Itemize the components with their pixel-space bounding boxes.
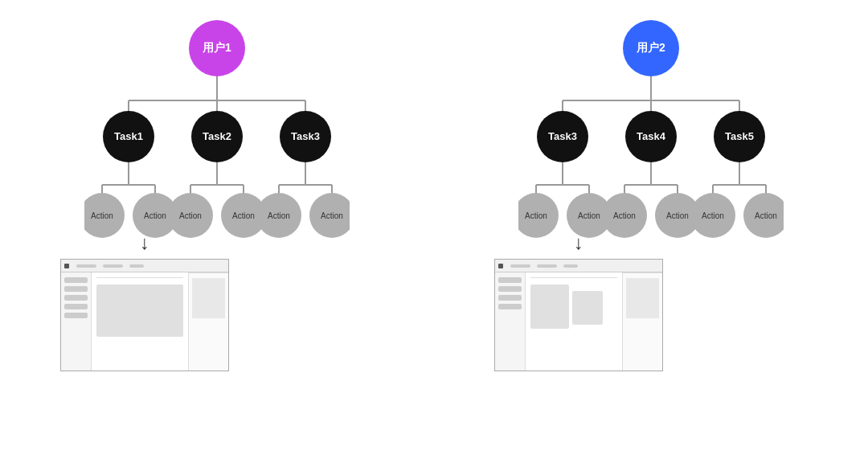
mock-sidebar-2: [495, 272, 526, 371]
mock-right-panel-2: [622, 272, 662, 371]
mock-dot-line-3: [129, 264, 144, 268]
mock-dot-line-1: [76, 264, 96, 268]
mock-sidebar-item: [498, 304, 522, 309]
svg-text:用户2: 用户2: [636, 41, 665, 54]
svg-text:Action: Action: [232, 211, 255, 220]
svg-text:Task2: Task2: [203, 130, 231, 142]
svg-text:Action: Action: [321, 211, 343, 220]
mock-dot-2: [498, 264, 503, 268]
mock-dot-1: [64, 264, 69, 268]
svg-text:Task3: Task3: [548, 130, 577, 142]
mock-dot-line-6: [563, 264, 578, 268]
svg-text:Task3: Task3: [291, 130, 320, 142]
mock-body-1: [61, 272, 228, 371]
svg-text:Action: Action: [525, 211, 547, 220]
svg-text:Action: Action: [268, 211, 290, 220]
svg-text:Task5: Task5: [725, 130, 754, 142]
arrow-down-2: ↓: [574, 233, 583, 252]
svg-text:Action: Action: [91, 211, 113, 220]
mock-dot-line-4: [510, 264, 530, 268]
mock-ui-2: [494, 259, 663, 371]
svg-text:Action: Action: [613, 211, 636, 220]
mock-sidebar-item: [64, 295, 88, 301]
svg-text:Task1: Task1: [114, 130, 143, 142]
svg-text:Action: Action: [702, 211, 724, 220]
mock-body-2: [495, 272, 662, 371]
tree2-svg: 用户2 Task3 Task4 Task5: [518, 16, 784, 241]
mock-content-2: [526, 272, 622, 371]
mock-dots-row-1: [76, 264, 144, 268]
svg-text:Task4: Task4: [637, 130, 666, 142]
mock-titlebar-2: [495, 260, 662, 272]
tree1-svg: 用户1 Task1 Task2 Task3: [84, 16, 350, 241]
main-container: 用户1 Task1 Task2 Task3: [0, 0, 868, 475]
svg-text:Action: Action: [755, 211, 777, 220]
mock-sidebar-item: [64, 304, 88, 309]
svg-text:Action: Action: [666, 211, 689, 220]
mock-sidebar-item: [498, 286, 522, 292]
mock-dots-row-2: [510, 264, 578, 268]
mock-content-1: [92, 272, 188, 371]
mock-sidebar-item: [64, 313, 88, 318]
svg-text:用户1: 用户1: [202, 41, 231, 54]
svg-text:Action: Action: [179, 211, 202, 220]
tree-section-2: 用户2 Task3 Task4 Task5: [466, 16, 836, 371]
mock-content-block: [96, 285, 183, 337]
mock-sidebar-1: [61, 272, 92, 371]
arrow-down-1: ↓: [140, 233, 149, 252]
mock-dot-line-2: [103, 264, 123, 268]
tree-section-1: 用户1 Task1 Task2 Task3: [32, 16, 402, 371]
svg-text:Action: Action: [578, 211, 600, 220]
mock-right-panel-1: [188, 272, 228, 371]
mock-ui-1: [60, 259, 229, 371]
svg-text:Action: Action: [144, 211, 166, 220]
mock-sidebar-item: [64, 277, 88, 283]
mock-sidebar-item: [498, 277, 522, 283]
mock-dot-line-5: [537, 264, 557, 268]
mock-titlebar-1: [61, 260, 228, 272]
mock-sidebar-item: [498, 295, 522, 301]
mock-sidebar-item: [64, 286, 88, 292]
